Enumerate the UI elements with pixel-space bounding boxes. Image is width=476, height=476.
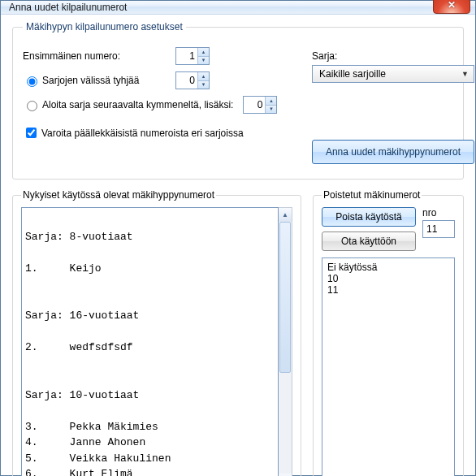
gap-radio[interactable] (27, 76, 37, 87)
spin-down-icon[interactable]: ▼ (265, 106, 276, 114)
spin-up-icon[interactable]: ▲ (197, 48, 209, 57)
spin-down-icon[interactable]: ▼ (197, 57, 209, 65)
remove-button-label: Poista käytöstä (335, 211, 401, 223)
spin-up-icon[interactable]: ▲ (197, 72, 209, 81)
sarja-block: Sarja: Kaikille sarjoille ▼ (312, 50, 474, 83)
nro-input[interactable] (422, 220, 455, 238)
nextten-row: Aloita sarja seuraavalta kymmeneltä, lis… (23, 96, 453, 114)
nextten-input[interactable] (244, 97, 265, 113)
list-item[interactable]: 11 (327, 284, 449, 296)
current-numbers-group: Nykyiset käytössä olevat mäkihyppynumero… (12, 189, 301, 476)
assign-button-wrap: Anna uudet mäkihyppynumerot (312, 140, 474, 164)
gap-radio-label[interactable]: Sarjojen välissä tyhjää (23, 74, 139, 87)
restore-button[interactable]: Ota käyttöön (322, 232, 416, 251)
warn-label-text: Varoita päällekkäisistä numeroista eri s… (41, 128, 244, 139)
remove-button[interactable]: Poista käytöstä (322, 207, 416, 227)
assign-button-label: Anna uudet mäkihyppynumerot (326, 146, 461, 158)
removed-legend: Poistetut mäkinumerot (322, 189, 422, 201)
settings-group: Mäkihypyn kilpailunumero asetukset Ensim… (12, 21, 464, 180)
scroll-thumb[interactable] (279, 222, 291, 373)
removed-controls: Poista käytöstä Ota käyttöön nro (322, 207, 455, 251)
gap-spinner[interactable]: ▲ ▼ (175, 71, 210, 89)
window-title: Anna uudet kilpailunumerot (9, 2, 127, 13)
scroll-track[interactable] (279, 222, 292, 474)
first-number-label: Ensimmäinen numero: (23, 50, 120, 62)
spin-up-icon[interactable]: ▲ (265, 97, 276, 106)
spin-down-icon[interactable]: ▼ (197, 81, 209, 89)
gap-input[interactable] (176, 72, 197, 89)
warn-row: Varoita päällekkäisistä numeroista eri s… (23, 125, 453, 141)
removed-list-header: Ei käytössä (327, 262, 449, 273)
sarja-combobox[interactable]: Kaikille sarjoille ▼ (312, 65, 474, 83)
warn-check-label[interactable]: Varoita päällekkäisistä numeroista eri s… (23, 125, 244, 141)
current-legend: Nykyiset käytössä olevat mäkihyppynumero… (21, 189, 216, 201)
nro-block: nro (422, 207, 455, 238)
nextten-label-text: Aloita sarja seuraavalta kymmeneltä, lis… (42, 99, 233, 110)
titlebar: Anna uudet kilpailunumerot ✕ (1, 1, 475, 15)
close-icon: ✕ (448, 0, 456, 11)
assign-numbers-button[interactable]: Anna uudet mäkihyppynumerot (312, 140, 474, 164)
dialog-body: Mäkihypyn kilpailunumero asetukset Ensim… (1, 15, 475, 476)
gap-label-text: Sarjojen välissä tyhjää (42, 75, 139, 86)
scrollbar[interactable]: ▲ ▼ (279, 207, 292, 476)
current-numbers-listing[interactable]: Sarja: 8-vuotiaat 1. Keijo Sarja: 16-vuo… (21, 207, 279, 476)
restore-button-label: Ota käyttöön (341, 236, 396, 247)
first-number-spinner[interactable]: ▲ ▼ (175, 47, 210, 65)
scroll-up-icon[interactable]: ▲ (279, 208, 292, 222)
settings-legend: Mäkihypyn kilpailunumero asetukset (23, 21, 186, 32)
first-number-input[interactable] (176, 48, 197, 64)
scroll-down-icon[interactable]: ▼ (279, 474, 292, 477)
dialog-window: Anna uudet kilpailunumerot ✕ Mäkihypyn k… (0, 0, 476, 476)
sarja-value: Kaikille sarjoille (319, 68, 386, 80)
nextten-radio[interactable] (27, 101, 37, 111)
lower-area: Nykyiset käytössä olevat mäkihyppynumero… (12, 189, 464, 476)
list-item[interactable]: 10 (327, 273, 449, 284)
chevron-down-icon: ▼ (461, 70, 469, 78)
nextten-radio-label[interactable]: Aloita sarja seuraavalta kymmeneltä, lis… (23, 98, 233, 111)
nextten-spinner[interactable]: ▲ ▼ (243, 96, 277, 114)
sarja-label: Sarja: (312, 50, 337, 62)
removed-numbers-group: Poistetut mäkinumerot Poista käytöstä Ot… (313, 189, 464, 476)
close-button[interactable]: ✕ (433, 0, 470, 14)
removed-list[interactable]: Ei käytössä 10 11 (322, 257, 455, 476)
listing-wrap: Sarja: 8-vuotiaat 1. Keijo Sarja: 16-vuo… (21, 207, 292, 476)
warn-checkbox[interactable] (26, 128, 37, 138)
nro-label: nro (422, 207, 436, 219)
settings-inner: Ensimmäinen numero: ▲ ▼ (23, 47, 453, 169)
